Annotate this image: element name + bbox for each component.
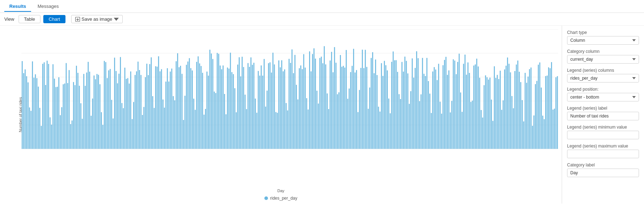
bar bbox=[209, 50, 210, 149]
bar bbox=[54, 79, 55, 149]
bar bbox=[29, 108, 30, 149]
bar bbox=[126, 79, 127, 149]
bar bbox=[464, 55, 465, 149]
bar bbox=[179, 67, 180, 149]
bar bbox=[539, 62, 540, 149]
bar bbox=[297, 99, 298, 149]
bar bbox=[152, 96, 153, 149]
tab-messages[interactable]: Messages bbox=[33, 1, 64, 12]
top-tabs: Results Messages bbox=[0, 0, 644, 13]
bar bbox=[186, 65, 187, 149]
legend-position-row: Legend position: center - bottom top rig… bbox=[567, 87, 639, 101]
category-column-select[interactable]: current_day bbox=[567, 55, 639, 64]
bar bbox=[409, 104, 410, 149]
bar bbox=[529, 69, 530, 149]
bar bbox=[347, 99, 348, 149]
bar bbox=[336, 63, 337, 149]
chart-button[interactable]: Chart bbox=[43, 15, 65, 23]
bar bbox=[447, 75, 448, 149]
bar bbox=[406, 61, 407, 149]
bar bbox=[334, 47, 335, 149]
category-label-input[interactable] bbox=[567, 169, 639, 177]
bar bbox=[177, 53, 178, 149]
bar bbox=[158, 56, 159, 149]
tab-results[interactable]: Results bbox=[4, 1, 31, 12]
legend-series-select[interactable]: rides_per_day bbox=[567, 74, 639, 82]
bar bbox=[375, 60, 376, 149]
bar bbox=[25, 69, 26, 149]
bar bbox=[403, 71, 404, 149]
bar bbox=[415, 68, 416, 149]
chart-type-select[interactable]: Column Bar Line Area Scatter Pie bbox=[567, 36, 639, 45]
bar bbox=[127, 78, 128, 149]
bar bbox=[432, 71, 433, 149]
bar bbox=[149, 64, 150, 149]
bar bbox=[330, 60, 331, 149]
bar bbox=[221, 69, 222, 149]
bar bbox=[437, 80, 438, 149]
bar bbox=[302, 69, 303, 149]
save-as-image-button[interactable]: Save as image bbox=[71, 15, 123, 23]
bar bbox=[47, 61, 48, 149]
series-min-label: Legend (series) minimum value bbox=[567, 125, 639, 130]
right-panel: Chart type Column Bar Line Area Scatter … bbox=[562, 26, 644, 204]
bar bbox=[321, 57, 322, 149]
bar bbox=[444, 60, 445, 149]
bar bbox=[104, 61, 105, 149]
bar bbox=[135, 75, 136, 149]
bar bbox=[541, 88, 542, 149]
bar bbox=[309, 51, 310, 149]
bar bbox=[318, 104, 319, 149]
bar bbox=[136, 71, 137, 149]
bar bbox=[313, 48, 314, 149]
x-axis-label: Day bbox=[277, 189, 284, 193]
bar bbox=[275, 112, 277, 149]
bar bbox=[146, 64, 147, 149]
bar bbox=[331, 52, 332, 149]
series-min-input[interactable] bbox=[567, 131, 639, 139]
bar bbox=[475, 64, 476, 149]
bar bbox=[554, 109, 555, 149]
bar bbox=[487, 77, 488, 149]
series-label-row: Legend (series) label bbox=[567, 106, 639, 120]
bar bbox=[151, 58, 152, 149]
legend-position-label: Legend position: bbox=[567, 87, 639, 92]
bar bbox=[327, 94, 328, 149]
bar bbox=[99, 84, 101, 149]
bar bbox=[544, 119, 545, 149]
series-label-input[interactable] bbox=[567, 112, 639, 120]
bar bbox=[98, 75, 99, 149]
bar bbox=[324, 46, 325, 149]
table-button[interactable]: Table bbox=[19, 15, 40, 23]
bar bbox=[385, 65, 386, 149]
bar bbox=[137, 62, 138, 149]
bar bbox=[545, 76, 546, 149]
bar bbox=[343, 66, 344, 149]
bar bbox=[48, 64, 49, 149]
bar bbox=[88, 62, 89, 149]
bar bbox=[391, 62, 392, 149]
bar bbox=[556, 77, 557, 149]
legend-position-select[interactable]: center - bottom top right left none bbox=[567, 93, 639, 101]
bar bbox=[290, 63, 291, 149]
bar bbox=[308, 110, 309, 149]
bar bbox=[206, 71, 208, 149]
series-max-input[interactable] bbox=[567, 150, 639, 158]
bar bbox=[76, 66, 77, 149]
bar bbox=[454, 61, 455, 149]
bar bbox=[111, 100, 112, 149]
bar bbox=[536, 81, 537, 149]
save-icon bbox=[75, 17, 80, 22]
bar bbox=[193, 99, 194, 149]
bar bbox=[192, 70, 193, 149]
bar bbox=[390, 113, 391, 149]
bar bbox=[503, 100, 504, 149]
bar bbox=[460, 92, 461, 149]
bar bbox=[397, 72, 398, 149]
bar bbox=[305, 68, 306, 149]
bar bbox=[243, 67, 244, 149]
bar bbox=[312, 54, 313, 149]
bar bbox=[262, 76, 263, 149]
bar bbox=[533, 115, 535, 149]
bar bbox=[369, 88, 370, 149]
